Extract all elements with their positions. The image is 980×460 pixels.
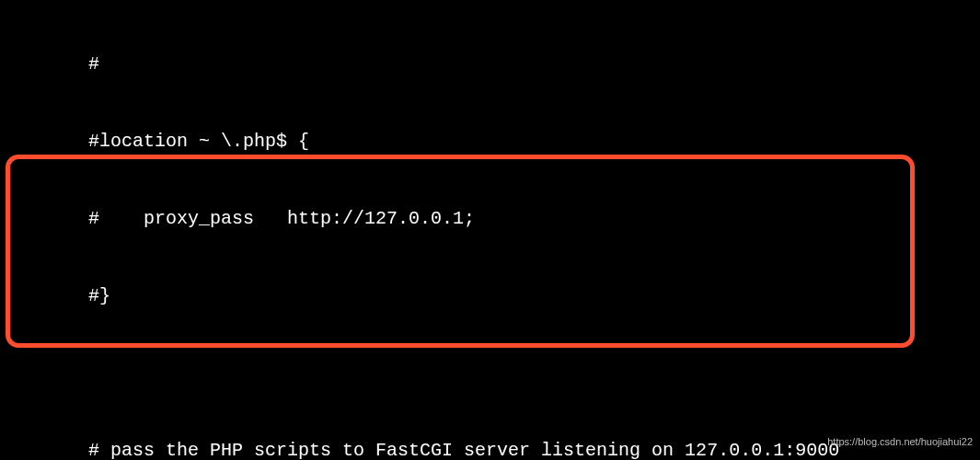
config-line: #location ~ \.php$ { xyxy=(0,129,980,155)
highlight-annotation xyxy=(6,155,915,348)
terminal-viewport[interactable]: # #location ~ \.php$ { # proxy_pass http… xyxy=(0,0,980,460)
watermark-text: https://blog.csdn.net/huojiahui22 xyxy=(827,429,973,454)
config-line xyxy=(0,361,980,386)
config-line: # xyxy=(0,52,980,77)
config-line: #} xyxy=(0,283,980,309)
config-line: # proxy_pass http://127.0.0.1; xyxy=(0,206,980,232)
